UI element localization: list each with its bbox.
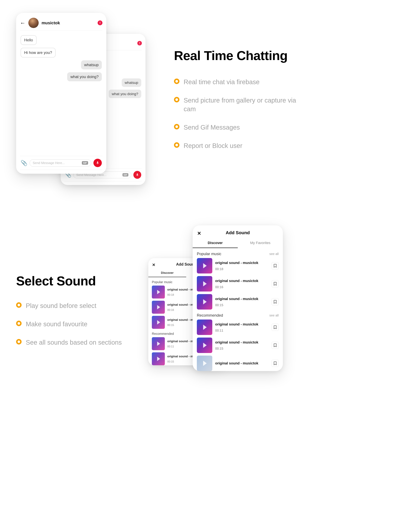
- bookmark-button[interactable]: [272, 342, 279, 349]
- chat-username[interactable]: musictok: [41, 20, 60, 25]
- feature-text: Report or Block user: [184, 141, 242, 150]
- sound-name: original sound - musictok: [215, 322, 269, 326]
- sound-name: original sound - musictok: [215, 340, 269, 344]
- sound-thumb[interactable]: [197, 276, 212, 292]
- bookmark-button[interactable]: [272, 298, 279, 305]
- gif-button[interactable]: GIF: [82, 161, 88, 165]
- sound-thumb[interactable]: [152, 316, 165, 329]
- sound-header-title: Add Sound: [226, 230, 250, 235]
- feature-text: Make sound favourite: [26, 320, 87, 328]
- sound-duration: 00:11: [215, 329, 269, 332]
- sound-name: original sound - musictok: [215, 279, 269, 283]
- msg-in: Hello: [21, 35, 37, 45]
- sound-item[interactable]: original sound - musictok00:15: [197, 338, 279, 353]
- feature-text: Play sound before select: [26, 301, 96, 310]
- msg-out: whatsup: [122, 78, 141, 87]
- message-input[interactable]: Send Message Here... GIF: [30, 159, 91, 167]
- bookmark-icon: [274, 343, 276, 347]
- sound-item[interactable]: original sound - musictok00:18: [197, 258, 279, 274]
- play-icon: [157, 290, 160, 294]
- sound-name: original sound - musictok: [215, 297, 269, 301]
- sound-name: original sound - musictok: [215, 361, 269, 365]
- bullet-icon: [16, 302, 22, 308]
- sound-thumb[interactable]: [152, 352, 165, 365]
- play-icon: [203, 263, 207, 268]
- recommended-label: Recommended: [197, 313, 223, 318]
- mic-icon: [136, 173, 139, 177]
- sound-name: original sound - musictok: [215, 261, 269, 265]
- sound-duration: 00:16: [215, 285, 269, 289]
- sound-thumb[interactable]: [197, 338, 212, 353]
- mic-icon: [96, 161, 99, 165]
- bookmark-icon: [274, 325, 276, 329]
- see-all-link[interactable]: see all: [269, 252, 279, 256]
- sound-duration: 00:15: [215, 347, 269, 351]
- sound-item[interactable]: original sound - musictok: [197, 356, 279, 371]
- sound-thumb[interactable]: [197, 258, 212, 274]
- sound-thumb[interactable]: [152, 285, 165, 299]
- play-icon: [203, 343, 207, 348]
- bookmark-button[interactable]: [272, 262, 279, 269]
- bookmark-button[interactable]: [272, 324, 279, 331]
- play-icon: [203, 299, 207, 304]
- feature-text: Send picture from gallery or capture via…: [184, 96, 296, 113]
- msg-in: Hi how are you?: [21, 48, 56, 57]
- bullet-icon: [174, 97, 179, 102]
- bookmark-button[interactable]: [272, 280, 279, 287]
- sound-phone-stack: ✕ Add Sound Discover My Favorites Popula…: [141, 225, 276, 399]
- tab-favorites[interactable]: My Favorites: [238, 238, 283, 248]
- sound-duration: 00:15: [215, 303, 269, 307]
- chat-phone-front: ← musictok ! Hello Hi how are you? whats…: [16, 13, 106, 174]
- bookmark-icon: [274, 264, 276, 267]
- bullet-icon: [174, 78, 179, 84]
- popular-label: Popular music: [197, 252, 221, 256]
- bullet-icon: [174, 124, 179, 129]
- avatar[interactable]: [28, 18, 39, 28]
- gif-button[interactable]: GIF: [122, 173, 128, 177]
- attach-icon[interactable]: 📎: [21, 160, 27, 166]
- close-icon[interactable]: ✕: [152, 262, 156, 267]
- bullet-icon: [16, 339, 22, 344]
- play-icon: [157, 320, 160, 324]
- see-all-link[interactable]: see all: [269, 314, 279, 317]
- mic-button[interactable]: [133, 171, 141, 179]
- sound-item[interactable]: original sound - musictok00:15: [197, 294, 279, 310]
- section2-text: Select Sound Play sound before select Ma…: [16, 225, 122, 347]
- msg-out: what you doing?: [67, 72, 102, 81]
- msg-out: what you doing?: [109, 90, 141, 98]
- play-icon: [203, 325, 207, 330]
- sound-thumb[interactable]: [152, 337, 165, 350]
- tab-discover[interactable]: Discover: [148, 269, 186, 277]
- bullet-icon: [174, 142, 179, 148]
- sound-thumb[interactable]: [197, 294, 212, 310]
- play-icon: [157, 357, 160, 361]
- play-icon: [157, 305, 160, 309]
- sound-thumb[interactable]: [197, 356, 212, 371]
- sound-item[interactable]: original sound - musictok00:11: [197, 320, 279, 335]
- mic-button[interactable]: [93, 159, 102, 167]
- alert-icon[interactable]: !: [98, 20, 102, 25]
- sound-item[interactable]: original sound - musictok00:16: [197, 276, 279, 292]
- sound-duration: 00:18: [215, 267, 269, 271]
- back-icon[interactable]: ←: [20, 20, 25, 26]
- bookmark-icon: [274, 361, 276, 365]
- bookmark-icon: [274, 300, 276, 304]
- chat-phone-stack: ← musictok ! Hello Hi how are you? whats…: [16, 13, 148, 193]
- bookmark-icon: [274, 282, 276, 285]
- play-icon: [157, 342, 160, 346]
- recommended-label: Recommended: [152, 332, 174, 336]
- tab-discover[interactable]: Discover: [193, 238, 238, 248]
- popular-label: Popular music: [152, 280, 173, 284]
- feature-text: Real time chat via firebase: [184, 78, 259, 86]
- section1-title: Real Time Chatting: [174, 48, 296, 63]
- sound-thumb[interactable]: [197, 320, 212, 335]
- feature-text: Send Gif Messages: [184, 123, 240, 132]
- message-placeholder: Send Message Here...: [33, 161, 65, 165]
- section1-text: Real Time Chatting Real time chat via fi…: [174, 13, 296, 193]
- close-icon[interactable]: ✕: [197, 230, 201, 236]
- bullet-icon: [16, 321, 22, 326]
- bookmark-button[interactable]: [272, 360, 279, 367]
- msg-out: whatsup: [81, 60, 102, 69]
- alert-icon[interactable]: !: [137, 41, 142, 45]
- sound-thumb[interactable]: [152, 301, 165, 314]
